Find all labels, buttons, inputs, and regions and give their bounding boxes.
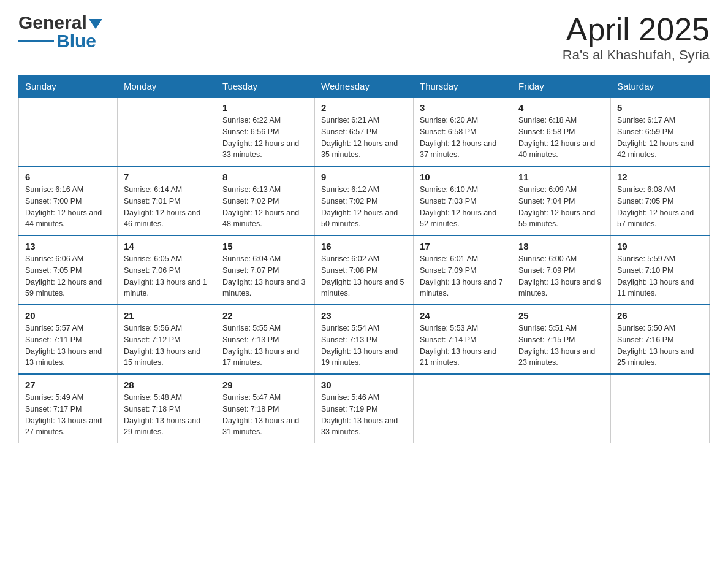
day-number: 17 [420,241,506,251]
calendar-cell: 1Sunrise: 6:22 AMSunset: 6:56 PMDaylight… [216,97,315,166]
day-info: Sunrise: 6:14 AMSunset: 7:01 PMDaylight:… [124,184,210,230]
logo: General Blue [18,12,102,52]
day-number: 29 [222,380,308,390]
day-number: 23 [321,310,407,321]
calendar-cell: 29Sunrise: 5:47 AMSunset: 7:18 PMDayligh… [216,374,315,443]
day-number: 5 [617,102,703,113]
col-tuesday: Tuesday [216,76,315,98]
calendar-cell: 8Sunrise: 6:13 AMSunset: 7:02 PMDaylight… [216,166,315,236]
day-info: Sunrise: 5:49 AMSunset: 7:17 PMDaylight:… [25,392,111,438]
day-info: Sunrise: 5:56 AMSunset: 7:12 PMDaylight:… [124,323,210,369]
day-info: Sunrise: 5:53 AMSunset: 7:14 PMDaylight:… [420,323,506,369]
calendar-cell: 20Sunrise: 5:57 AMSunset: 7:11 PMDayligh… [19,305,118,374]
calendar-week-2: 6Sunrise: 6:16 AMSunset: 7:00 PMDaylight… [19,166,710,236]
day-info: Sunrise: 5:59 AMSunset: 7:10 PMDaylight:… [617,253,703,299]
day-info: Sunrise: 6:17 AMSunset: 6:59 PMDaylight:… [617,115,703,161]
day-number: 12 [617,172,703,182]
col-thursday: Thursday [414,76,512,98]
calendar-cell: 26Sunrise: 5:50 AMSunset: 7:16 PMDayligh… [611,305,710,374]
calendar-cell: 14Sunrise: 6:05 AMSunset: 7:06 PMDayligh… [118,236,216,305]
day-number: 20 [25,310,111,321]
day-number: 30 [321,380,407,390]
day-info: Sunrise: 6:08 AMSunset: 7:05 PMDaylight:… [617,184,703,230]
calendar-cell: 27Sunrise: 5:49 AMSunset: 7:17 PMDayligh… [19,374,118,443]
calendar-cell [611,374,710,443]
day-number: 16 [321,241,407,251]
day-info: Sunrise: 6:01 AMSunset: 7:09 PMDaylight:… [420,253,506,299]
calendar-cell: 15Sunrise: 6:04 AMSunset: 7:07 PMDayligh… [216,236,315,305]
day-number: 19 [617,241,703,251]
day-number: 4 [518,102,604,113]
day-number: 21 [124,310,210,321]
calendar-cell: 22Sunrise: 5:55 AMSunset: 7:13 PMDayligh… [216,305,315,374]
calendar-cell [512,374,611,443]
calendar-cell: 10Sunrise: 6:10 AMSunset: 7:03 PMDayligh… [414,166,512,236]
col-sunday: Sunday [19,76,118,98]
day-info: Sunrise: 5:54 AMSunset: 7:13 PMDaylight:… [321,323,407,369]
calendar-cell [19,97,118,166]
day-number: 10 [420,172,506,182]
calendar-cell: 7Sunrise: 6:14 AMSunset: 7:01 PMDaylight… [118,166,216,236]
calendar-week-5: 27Sunrise: 5:49 AMSunset: 7:17 PMDayligh… [19,374,710,443]
day-number: 26 [617,310,703,321]
calendar-cell: 28Sunrise: 5:48 AMSunset: 7:18 PMDayligh… [118,374,216,443]
logo-blue: Blue [56,31,96,52]
calendar-cell: 6Sunrise: 6:16 AMSunset: 7:00 PMDaylight… [19,166,118,236]
calendar-cell: 9Sunrise: 6:12 AMSunset: 7:02 PMDaylight… [315,166,414,236]
day-info: Sunrise: 6:04 AMSunset: 7:07 PMDaylight:… [222,253,308,299]
calendar-cell: 4Sunrise: 6:18 AMSunset: 6:58 PMDaylight… [512,97,611,166]
day-info: Sunrise: 6:18 AMSunset: 6:58 PMDaylight:… [518,115,604,161]
calendar-cell: 18Sunrise: 6:00 AMSunset: 7:09 PMDayligh… [512,236,611,305]
day-info: Sunrise: 5:48 AMSunset: 7:18 PMDaylight:… [124,392,210,438]
day-number: 1 [222,102,308,113]
calendar-cell: 23Sunrise: 5:54 AMSunset: 7:13 PMDayligh… [315,305,414,374]
calendar-week-4: 20Sunrise: 5:57 AMSunset: 7:11 PMDayligh… [19,305,710,374]
col-saturday: Saturday [611,76,710,98]
day-number: 8 [222,172,308,182]
calendar-cell: 13Sunrise: 6:06 AMSunset: 7:05 PMDayligh… [19,236,118,305]
calendar-cell: 12Sunrise: 6:08 AMSunset: 7:05 PMDayligh… [611,166,710,236]
calendar-cell [118,97,216,166]
calendar-cell: 11Sunrise: 6:09 AMSunset: 7:04 PMDayligh… [512,166,611,236]
day-info: Sunrise: 6:20 AMSunset: 6:58 PMDaylight:… [420,115,506,161]
day-number: 18 [518,241,604,251]
day-info: Sunrise: 6:00 AMSunset: 7:09 PMDaylight:… [518,253,604,299]
calendar-cell: 17Sunrise: 6:01 AMSunset: 7:09 PMDayligh… [414,236,512,305]
calendar-cell: 24Sunrise: 5:53 AMSunset: 7:14 PMDayligh… [414,305,512,374]
logo-general: General [18,12,87,33]
day-number: 22 [222,310,308,321]
logo-line [18,40,54,42]
calendar-cell: 21Sunrise: 5:56 AMSunset: 7:12 PMDayligh… [118,305,216,374]
calendar-cell: 5Sunrise: 6:17 AMSunset: 6:59 PMDaylight… [611,97,710,166]
calendar-cell [414,374,512,443]
calendar-cell: 2Sunrise: 6:21 AMSunset: 6:57 PMDaylight… [315,97,414,166]
logo-triangle-icon [89,19,102,29]
day-info: Sunrise: 6:06 AMSunset: 7:05 PMDaylight:… [25,253,111,299]
day-info: Sunrise: 6:21 AMSunset: 6:57 PMDaylight:… [321,115,407,161]
calendar-cell: 30Sunrise: 5:46 AMSunset: 7:19 PMDayligh… [315,374,414,443]
col-monday: Monday [118,76,216,98]
day-info: Sunrise: 5:46 AMSunset: 7:19 PMDaylight:… [321,392,407,438]
day-info: Sunrise: 5:51 AMSunset: 7:15 PMDaylight:… [518,323,604,369]
day-number: 27 [25,380,111,390]
calendar-table: Sunday Monday Tuesday Wednesday Thursday… [18,75,710,443]
day-number: 28 [124,380,210,390]
calendar-week-1: 1Sunrise: 6:22 AMSunset: 6:56 PMDaylight… [19,97,710,166]
day-info: Sunrise: 6:22 AMSunset: 6:56 PMDaylight:… [222,115,308,161]
day-info: Sunrise: 5:57 AMSunset: 7:11 PMDaylight:… [25,323,111,369]
day-number: 15 [222,241,308,251]
title-block: April 2025 Ra's al Khashufah, Syria [563,12,710,63]
col-wednesday: Wednesday [315,76,414,98]
day-number: 6 [25,172,111,182]
day-number: 7 [124,172,210,182]
day-number: 2 [321,102,407,113]
day-info: Sunrise: 6:12 AMSunset: 7:02 PMDaylight:… [321,184,407,230]
day-number: 3 [420,102,506,113]
day-number: 24 [420,310,506,321]
day-info: Sunrise: 6:16 AMSunset: 7:00 PMDaylight:… [25,184,111,230]
day-info: Sunrise: 5:47 AMSunset: 7:18 PMDaylight:… [222,392,308,438]
calendar-cell: 25Sunrise: 5:51 AMSunset: 7:15 PMDayligh… [512,305,611,374]
calendar-cell: 3Sunrise: 6:20 AMSunset: 6:58 PMDaylight… [414,97,512,166]
day-number: 14 [124,241,210,251]
day-number: 11 [518,172,604,182]
